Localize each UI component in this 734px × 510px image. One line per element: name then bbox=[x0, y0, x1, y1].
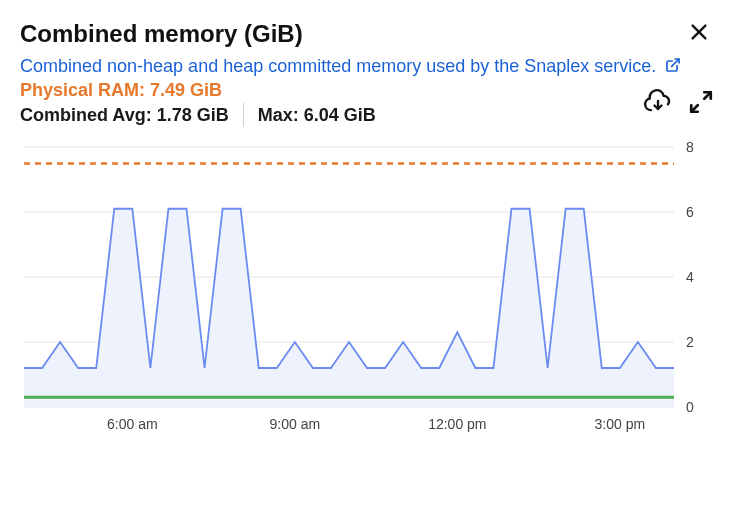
physical-ram-value: 7.49 GiB bbox=[150, 80, 222, 100]
combined-max-label: Max: bbox=[258, 105, 299, 125]
combined-max: Max: 6.04 GiB bbox=[258, 105, 376, 126]
svg-text:12:00 pm: 12:00 pm bbox=[428, 416, 486, 432]
svg-text:6: 6 bbox=[686, 204, 694, 220]
combined-max-value: 6.04 GiB bbox=[304, 105, 376, 125]
svg-text:0: 0 bbox=[686, 399, 694, 415]
svg-text:9:00 am: 9:00 am bbox=[270, 416, 321, 432]
cloud-download-icon bbox=[644, 88, 672, 116]
close-icon bbox=[688, 21, 710, 43]
svg-text:6:00 am: 6:00 am bbox=[107, 416, 158, 432]
physical-ram: Physical RAM: 7.49 GiB bbox=[20, 80, 376, 101]
stat-divider bbox=[243, 103, 244, 127]
combined-avg-label: Combined Avg: bbox=[20, 105, 152, 125]
external-link-icon bbox=[665, 55, 681, 80]
download-button[interactable] bbox=[644, 88, 672, 120]
chart-svg: 024686:00 am9:00 am12:00 pm3:00 pm bbox=[20, 137, 714, 437]
close-button[interactable] bbox=[684, 20, 714, 48]
svg-text:4: 4 bbox=[686, 269, 694, 285]
physical-ram-label: Physical RAM: bbox=[20, 80, 145, 100]
svg-text:2: 2 bbox=[686, 334, 694, 350]
expand-button[interactable] bbox=[688, 89, 714, 119]
page-title: Combined memory (GiB) bbox=[20, 20, 303, 48]
svg-line-2 bbox=[672, 59, 679, 66]
svg-text:8: 8 bbox=[686, 139, 694, 155]
expand-icon bbox=[688, 89, 714, 115]
combined-avg-value: 1.78 GiB bbox=[157, 105, 229, 125]
combined-avg: Combined Avg: 1.78 GiB bbox=[20, 105, 229, 126]
svg-text:3:00 pm: 3:00 pm bbox=[595, 416, 646, 432]
description-text: Combined non-heap and heap committed mem… bbox=[20, 56, 656, 76]
memory-chart: 024686:00 am9:00 am12:00 pm3:00 pm bbox=[20, 137, 714, 437]
description-link[interactable]: Combined non-heap and heap committed mem… bbox=[20, 56, 681, 76]
